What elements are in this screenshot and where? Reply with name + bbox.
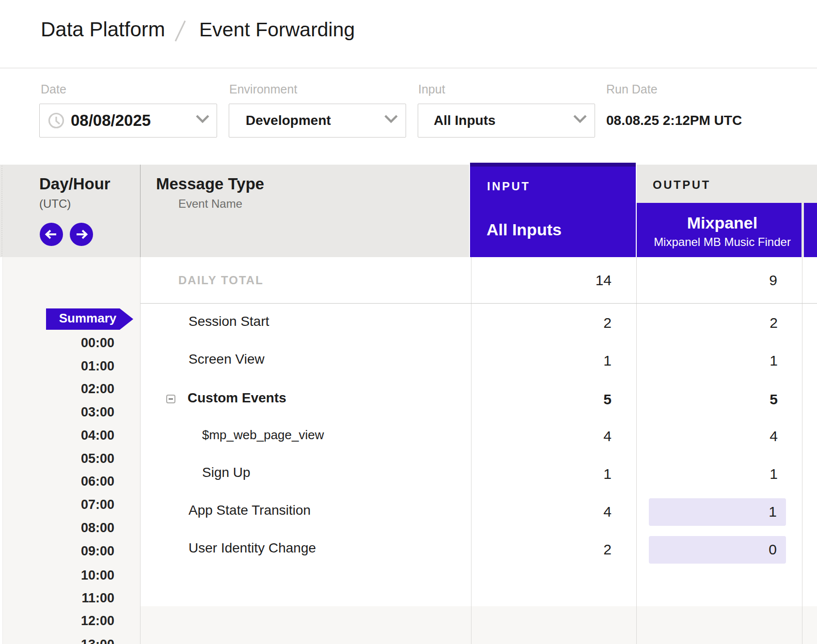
- svg-text:Summary: Summary: [59, 311, 117, 325]
